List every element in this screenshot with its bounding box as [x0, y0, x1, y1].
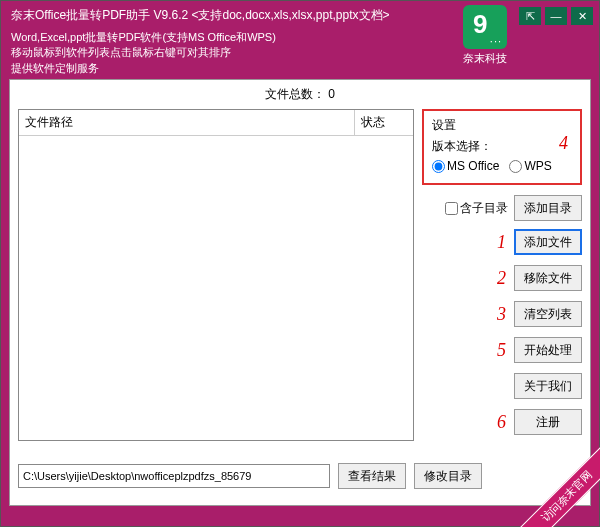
radio-wps-input[interactable] — [509, 160, 522, 173]
minimize-button[interactable]: — — [545, 7, 567, 25]
annotation-1: 1 — [490, 232, 506, 253]
brand: 奈末科技 — [457, 5, 513, 66]
side-panel: 设置 版本选择： MS Office WPS 4 含子目录 添加目录 1添加文件… — [422, 109, 582, 441]
col-status: 状态 — [355, 110, 413, 135]
register-button[interactable]: 注册 — [514, 409, 582, 435]
file-count-value: 0 — [328, 87, 335, 101]
add-file-button[interactable]: 添加文件 — [514, 229, 582, 255]
settings-group: 设置 版本选择： MS Office WPS 4 — [422, 109, 582, 185]
include-sub-input[interactable] — [445, 202, 458, 215]
file-count-row: 文件总数： 0 — [10, 80, 590, 109]
brand-logo-icon — [463, 5, 507, 49]
modify-dir-button[interactable]: 修改目录 — [414, 463, 482, 489]
settings-title: 设置 — [432, 117, 572, 134]
action-buttons: 1添加文件 2移除文件 3清空列表 5开始处理 关于我们 6注册 — [422, 229, 582, 435]
clear-list-button[interactable]: 清空列表 — [514, 301, 582, 327]
output-path-input[interactable] — [18, 464, 330, 488]
start-button[interactable]: 开始处理 — [514, 337, 582, 363]
close-button[interactable]: ✕ — [571, 7, 593, 25]
content-panel: 文件总数： 0 文件路径 状态 设置 版本选择： MS Office WPS — [9, 79, 591, 506]
annotation-4: 4 — [559, 133, 568, 154]
include-sub-row: 含子目录 添加目录 — [422, 195, 582, 221]
col-path: 文件路径 — [19, 110, 355, 135]
brand-text: 奈末科技 — [457, 51, 513, 66]
pin-button[interactable]: ⇱ — [519, 7, 541, 25]
remove-file-button[interactable]: 移除文件 — [514, 265, 582, 291]
add-dir-button[interactable]: 添加目录 — [514, 195, 582, 221]
version-label: 版本选择： — [432, 138, 572, 155]
bottom-row: 查看结果 修改目录 — [10, 455, 490, 497]
radio-ms-office-input[interactable] — [432, 160, 445, 173]
table-header: 文件路径 状态 — [19, 110, 413, 136]
annotation-5: 5 — [490, 340, 506, 361]
app-window: 奈末Office批量转PDF助手 V9.6.2 <支持doc,docx,xls,… — [0, 0, 600, 527]
radio-ms-office[interactable]: MS Office — [432, 159, 499, 173]
annotation-3: 3 — [490, 304, 506, 325]
main-area: 文件路径 状态 设置 版本选择： MS Office WPS 4 含子目录 添加… — [10, 109, 590, 441]
about-button[interactable]: 关于我们 — [514, 373, 582, 399]
titlebar: 奈末Office批量转PDF助手 V9.6.2 <支持doc,docx,xls,… — [1, 1, 599, 73]
include-sub-checkbox[interactable]: 含子目录 — [445, 200, 508, 217]
window-controls: ⇱ — ✕ — [519, 7, 593, 25]
version-radios: MS Office WPS — [432, 159, 572, 173]
file-table[interactable]: 文件路径 状态 — [18, 109, 414, 441]
view-result-button[interactable]: 查看结果 — [338, 463, 406, 489]
annotation-2: 2 — [490, 268, 506, 289]
file-count-label: 文件总数： — [265, 87, 325, 101]
radio-wps[interactable]: WPS — [509, 159, 551, 173]
annotation-6: 6 — [490, 412, 506, 433]
